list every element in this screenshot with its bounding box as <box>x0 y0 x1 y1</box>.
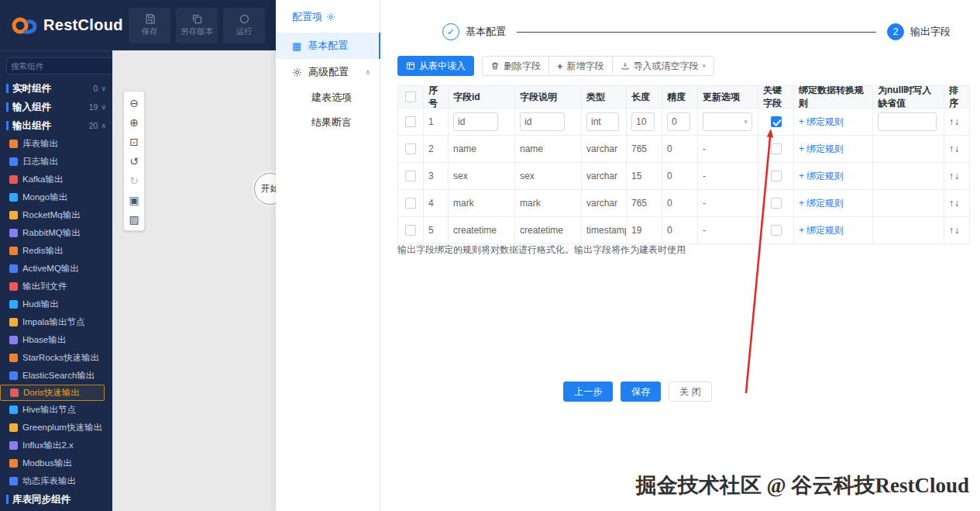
sidebar-item-Hudi输出[interactable]: Hudi输出 <box>0 295 112 313</box>
bind-rule-link[interactable]: +绑定规则 <box>799 197 844 210</box>
component-icon <box>9 371 18 380</box>
table-cell: +绑定规则 <box>794 190 873 216</box>
chevron-down-icon: ∨ <box>101 85 106 92</box>
row-select-checkbox[interactable] <box>405 225 416 236</box>
sidebar-item-输出到文件[interactable]: 输出到文件 <box>0 278 112 295</box>
sidebar-group-实时组件[interactable]: 实时组件0∨ <box>0 79 112 98</box>
row-select-checkbox[interactable] <box>405 198 416 209</box>
component-search[interactable] <box>6 57 112 74</box>
table-cell: 0 <box>662 217 698 243</box>
bind-rule-link[interactable]: +绑定规则 <box>799 170 844 183</box>
key-field-checkbox[interactable] <box>771 225 782 236</box>
table-cell: createtime <box>515 217 582 243</box>
read-from-table-button[interactable]: 从表中读入 <box>397 56 474 76</box>
sidebar-item-Modbus输出[interactable]: Modbus输出 <box>0 454 112 472</box>
column-header: 长度 <box>631 91 650 104</box>
chevron-up-icon: ∧ <box>365 68 370 76</box>
sidebar-item-日志输出[interactable]: 日志输出 <box>0 153 112 171</box>
sidebar-item-Greenplum快速输出[interactable]: Greenplum快速输出 <box>0 419 112 437</box>
prev-step-button[interactable]: 上一步 <box>563 382 613 402</box>
import-or-clear-button[interactable]: 导入或清空字段 ▾ <box>612 56 715 76</box>
update-option-select[interactable]: ▾ <box>703 112 752 131</box>
sidebar-group-输出组件[interactable]: 输出组件20∧ <box>0 116 112 135</box>
sidebar-group-输入组件[interactable]: 输入组件19∨ <box>0 98 112 116</box>
sort-buttons[interactable]: ↑↓ <box>949 171 960 181</box>
field-length: 15 <box>631 171 641 181</box>
component-sidebar: 实时组件0∨输入组件19∨输出组件20∧库表输出日志输出Kafka输出Mongo… <box>0 50 112 511</box>
key-field-checkbox[interactable] <box>771 116 782 127</box>
nav-basic-config[interactable]: ▦ 基本配置 <box>276 33 380 59</box>
sidebar-item-Hbase输出[interactable]: Hbase输出 <box>0 331 112 349</box>
save-as-version-button[interactable]: 另存版本 <box>176 8 218 43</box>
delete-field-button[interactable]: 删除字段 <box>482 56 549 76</box>
redo-icon[interactable]: ↻ <box>123 171 145 190</box>
bind-rule-link[interactable]: +绑定规则 <box>799 143 844 156</box>
sidebar-item-库表输出[interactable]: 库表输出 <box>0 135 112 153</box>
sort-buttons[interactable]: ↑↓ <box>949 143 960 154</box>
fullscreen-icon[interactable]: ▣ <box>123 190 145 209</box>
sidebar-item-ElasticSearch输出[interactable]: ElasticSearch输出 <box>0 367 112 385</box>
field-desc-input[interactable] <box>520 112 565 131</box>
component-icon <box>9 477 18 485</box>
field-id-input[interactable] <box>453 112 498 131</box>
sidebar-item-Redis输出[interactable]: Redis输出 <box>0 242 112 260</box>
sidebar-item-RocketMq输出[interactable]: RocketMq输出 <box>0 206 112 224</box>
plus-icon: + <box>799 198 804 209</box>
component-icon <box>9 211 18 219</box>
flow-canvas[interactable]: ⊖⊕⊡↺↻▣▨ 开始 <box>112 50 276 511</box>
update-option: - <box>703 171 706 181</box>
table-cell: +绑定规则 <box>794 163 873 189</box>
sidebar-item-Doris快速输出[interactable]: Doris快速输出 <box>0 385 105 401</box>
undo-icon[interactable]: ↺ <box>123 151 145 171</box>
nav-create-table-options[interactable]: 建表选项 <box>276 85 380 110</box>
bind-rule-link[interactable]: +绑定规则 <box>799 116 844 129</box>
field-length-input[interactable] <box>631 112 655 131</box>
null-default-input[interactable] <box>878 112 937 131</box>
zoom-out-icon[interactable]: ⊖ <box>123 93 145 112</box>
sidebar-item-RabbitMQ输出[interactable]: RabbitMQ输出 <box>0 224 112 242</box>
sidebar-item-Influx输出2.x[interactable]: Influx输出2.x <box>0 437 112 454</box>
key-field-checkbox[interactable] <box>771 143 782 154</box>
field-precision-input[interactable] <box>667 112 690 131</box>
sidebar-item-Kafka输出[interactable]: Kafka输出 <box>0 171 112 188</box>
chevron-down-icon: ▾ <box>744 118 748 126</box>
add-field-button[interactable]: + 新增字段 <box>548 56 613 76</box>
sidebar-item-Mongo输出[interactable]: Mongo输出 <box>0 188 112 206</box>
close-button[interactable]: 关 闭 <box>669 382 711 402</box>
nav-result-assertion[interactable]: 结果断言 <box>276 110 380 135</box>
save-config-button[interactable]: 保存 <box>621 382 661 402</box>
table-cell: - <box>698 163 758 189</box>
key-field-checkbox[interactable] <box>771 171 782 181</box>
fit-view-icon[interactable]: ⊡ <box>123 132 145 151</box>
table-cell: 5 <box>424 217 449 243</box>
table-cell: 19 <box>627 217 662 243</box>
save-button[interactable]: 保存 <box>129 8 170 43</box>
search-input[interactable] <box>11 61 112 71</box>
sidebar-item-Impala输出节点[interactable]: Impala输出节点 <box>0 313 112 331</box>
run-button[interactable]: 运行 <box>223 8 265 43</box>
sort-buttons[interactable]: ↑↓ <box>949 198 960 209</box>
sidebar-item-StarRocks快速输出[interactable]: StarRocks快速输出 <box>0 349 112 367</box>
sidebar-item-ActiveMQ输出[interactable]: ActiveMQ输出 <box>0 260 112 278</box>
sidebar-item-Hive输出节点[interactable]: Hive输出节点 <box>0 401 112 419</box>
row-select-checkbox[interactable] <box>405 171 416 181</box>
select-all-checkbox[interactable] <box>405 91 416 102</box>
step-output-fields-label: 输出字段 <box>910 25 951 39</box>
sidebar-group-库表同步组件[interactable]: 库表同步组件 <box>0 490 112 509</box>
field-length: 765 <box>631 143 647 154</box>
zoom-in-icon[interactable]: ⊕ <box>123 112 145 132</box>
sidebar-item-动态库表输出[interactable]: 动态库表输出 <box>0 472 112 490</box>
grid-icon[interactable]: ▨ <box>123 209 145 229</box>
gear-icon[interactable] <box>326 12 335 22</box>
row-select-checkbox[interactable] <box>405 143 416 154</box>
table-cell: - <box>698 190 758 216</box>
key-field-checkbox[interactable] <box>771 198 782 209</box>
bind-rule-link[interactable]: +绑定规则 <box>799 224 844 237</box>
field-type-input[interactable] <box>586 112 619 131</box>
nav-advanced-config[interactable]: 高级配置 ∧ <box>276 59 380 85</box>
component-icon <box>9 229 18 237</box>
sort-buttons[interactable]: ↑↓ <box>949 116 960 127</box>
sort-buttons[interactable]: ↑↓ <box>949 225 960 236</box>
row-select-checkbox[interactable] <box>405 116 416 127</box>
field-id: createtime <box>453 225 497 236</box>
